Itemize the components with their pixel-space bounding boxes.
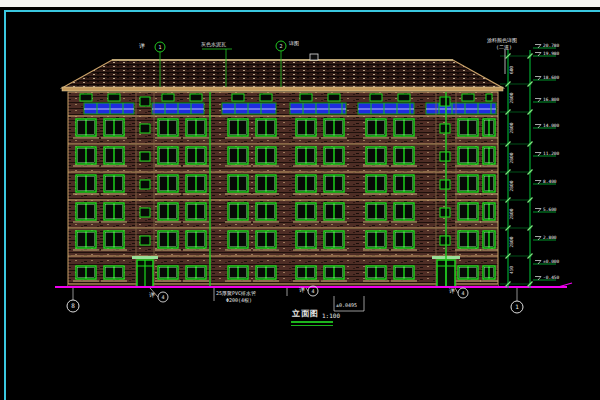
blue-window-band xyxy=(290,103,346,114)
detail-callout-label: 详图 xyxy=(289,41,299,46)
elevation-value: 2.800 xyxy=(543,235,557,240)
stair-window xyxy=(440,97,450,106)
drawing-border-top xyxy=(4,10,600,12)
elevation-value: 16.800 xyxy=(543,97,560,102)
elevation-value: -0.450 xyxy=(543,275,560,280)
pipe-note-line2: Φ200(4根) xyxy=(226,298,252,303)
roof xyxy=(62,60,503,88)
stair-window xyxy=(440,152,450,161)
attic-window xyxy=(486,94,492,101)
attic-window xyxy=(232,94,244,101)
blue-window-band xyxy=(358,103,414,114)
blue-window-band xyxy=(426,103,496,114)
elevation-value: 19.980 xyxy=(543,51,560,56)
stair-window xyxy=(440,124,450,133)
floor-dimension-value: 2800 xyxy=(509,180,514,191)
attic-window xyxy=(260,94,272,101)
elevation-symbol xyxy=(535,209,541,213)
elevation-symbol xyxy=(535,45,541,49)
elevation-symbol xyxy=(535,277,541,281)
drawing-border-left xyxy=(4,10,6,400)
roof-callout-label: 详 xyxy=(139,43,145,49)
floor-dimension-value: 2800 xyxy=(509,92,514,103)
title-underline-thick xyxy=(291,321,333,323)
stair-window xyxy=(140,180,150,189)
floor-dimension-value: 450 xyxy=(509,266,514,274)
callout-bubble-number: 4 xyxy=(311,288,314,294)
stair-window xyxy=(140,236,150,245)
drawing-title: 立面图 xyxy=(292,310,319,318)
callout-bubble-number: 1 xyxy=(158,44,161,50)
elevation-symbol xyxy=(535,53,541,57)
axis-number: 8 xyxy=(71,302,75,309)
stair-window xyxy=(440,180,450,189)
attic-window xyxy=(300,94,312,101)
elevation-value: 8.400 xyxy=(543,179,557,184)
floor-dimension-value: 2800 xyxy=(509,122,514,133)
callout-leader xyxy=(455,288,458,293)
detail-callout-mid: 详 xyxy=(299,287,305,293)
attic-window xyxy=(80,94,92,101)
elevation-symbol xyxy=(535,77,541,81)
stair-window xyxy=(140,152,150,161)
stair-window xyxy=(140,97,150,106)
floor-dimension-value: 2800 xyxy=(509,236,514,247)
detail-callout-door-right: 详 xyxy=(449,288,455,294)
door-canopy xyxy=(132,256,158,259)
elevation-symbol xyxy=(535,181,541,185)
paint-note-line1: 涂料颜色详图 xyxy=(487,38,517,43)
attic-window xyxy=(190,94,202,101)
elevation-symbol xyxy=(535,261,541,265)
elevation-drawing: 60028002800280028002800280045020.78019.9… xyxy=(0,0,600,400)
elevation-value: 5.600 xyxy=(543,207,557,212)
callout-bubble-number: 4 xyxy=(161,294,164,300)
attic-window xyxy=(370,94,382,101)
title-underline-thin xyxy=(291,325,333,326)
attic-window xyxy=(328,94,340,101)
axis-number: 1 xyxy=(515,303,519,310)
attic-window xyxy=(108,94,120,101)
elevation-value: 11.200 xyxy=(543,151,560,156)
elevation-value: 20.780 xyxy=(543,43,560,48)
elevation-value: 14.000 xyxy=(543,123,560,128)
stair-window xyxy=(140,208,150,217)
floor-dimension-value: 2800 xyxy=(509,208,514,219)
attic-window xyxy=(162,94,174,101)
stair-window xyxy=(140,124,150,133)
blue-window-band xyxy=(84,103,134,114)
attic-window xyxy=(462,94,474,101)
elevation-symbol xyxy=(535,153,541,157)
detail-callout-door-left: 详 xyxy=(149,292,155,298)
callout-bubble-number: 4 xyxy=(461,290,464,296)
platform-dimension-text: ±0.0495 xyxy=(336,303,357,308)
attic-window xyxy=(398,94,410,101)
elevation-value: ±0.000 xyxy=(543,259,560,264)
stair-window xyxy=(440,208,450,217)
elevation-symbol xyxy=(535,237,541,241)
roof-vent xyxy=(310,54,318,60)
roof-tile-note: 灰色水泥瓦 xyxy=(201,42,226,47)
floor-dimension-value: 600 xyxy=(509,66,514,74)
pipe-note-line1: 25厚聚PVC排水管 xyxy=(216,291,256,296)
eaves-band xyxy=(62,87,503,91)
elevation-symbol xyxy=(535,99,541,103)
drawing-scale: 1:100 xyxy=(322,313,340,319)
blue-window-band xyxy=(222,103,276,114)
elevation-symbol xyxy=(535,125,541,129)
callout-bubble-number: 2 xyxy=(279,43,282,49)
stair-window xyxy=(440,236,450,245)
paint-note-line2: (二道) xyxy=(496,45,512,50)
elevation-value: 18.600 xyxy=(543,75,560,80)
floor-dimension-value: 2800 xyxy=(509,152,514,163)
cad-elevation-canvas: 60028002800280028002800280045020.78019.9… xyxy=(0,0,600,400)
